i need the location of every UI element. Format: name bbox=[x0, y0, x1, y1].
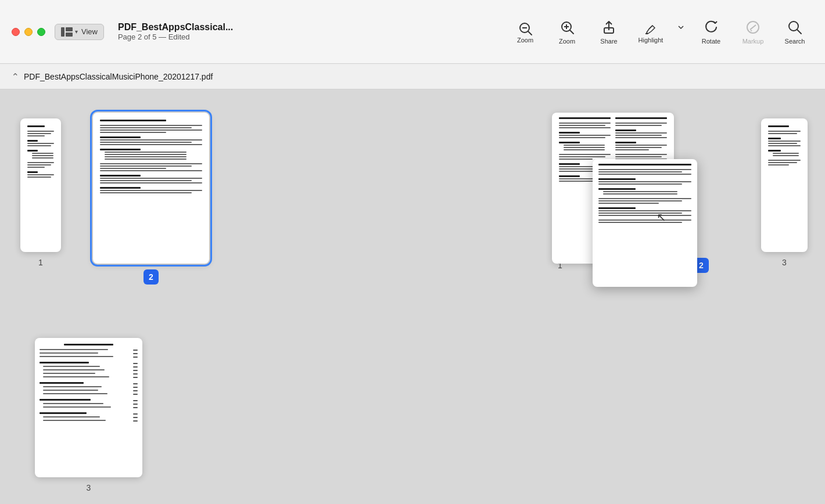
page-3-thumb[interactable] bbox=[761, 118, 808, 252]
page-2-content bbox=[93, 113, 209, 264]
page-3-wrapper: 3 bbox=[761, 113, 825, 267]
svg-line-12 bbox=[649, 26, 652, 29]
rotate-button[interactable]: Rotate bbox=[693, 16, 730, 48]
highlight-button[interactable]: Highlight bbox=[632, 17, 669, 47]
share-label: Share bbox=[600, 38, 617, 45]
zoom-out-button[interactable]: Zoom bbox=[507, 17, 544, 47]
svg-line-9 bbox=[570, 30, 573, 34]
search-button[interactable]: Search bbox=[776, 16, 813, 48]
search-label: Search bbox=[785, 38, 805, 45]
highlight-chevron-icon bbox=[676, 19, 686, 35]
svg-rect-1 bbox=[66, 27, 73, 31]
doc-title: PDF_BestAppsClassical... bbox=[118, 22, 233, 33]
svg-rect-2 bbox=[66, 33, 73, 37]
markup-label: Markup bbox=[742, 38, 764, 45]
zoom-out-icon bbox=[517, 20, 533, 37]
page-2-number-row: 2 bbox=[144, 269, 159, 285]
highlight-label: Highlight bbox=[639, 37, 663, 44]
view-chevron-icon: ▾ bbox=[75, 28, 78, 35]
breadcrumb-collapse-icon[interactable]: ⌄ bbox=[12, 71, 19, 82]
page-2-wrapper: 2 bbox=[93, 113, 209, 285]
zoom-label: Zoom bbox=[517, 37, 533, 44]
main-content: 1 bbox=[0, 89, 825, 504]
view-label: View bbox=[81, 27, 98, 36]
page-1-content bbox=[20, 118, 61, 252]
markup-icon bbox=[745, 19, 761, 35]
page-2-thumb[interactable] bbox=[93, 113, 209, 264]
overlap-page-2-content bbox=[593, 159, 697, 229]
svg-line-5 bbox=[528, 31, 532, 35]
doc-info: PDF_BestAppsClassical... Page 2 of 5 — E… bbox=[118, 22, 507, 41]
breadcrumb-filename: PDF_BestAppsClassicalMusiciPhone_2020121… bbox=[24, 72, 213, 81]
overlap-group-wrapper: ↖ bbox=[552, 113, 715, 273]
overlap-page2-wrapper: ↖ bbox=[593, 159, 697, 287]
page-toc-wrapper: 3 bbox=[35, 338, 142, 492]
svg-line-15 bbox=[750, 25, 756, 30]
share-icon bbox=[601, 19, 617, 35]
page-3-label: 3 bbox=[782, 258, 787, 267]
breadcrumb-bar: ⌄ PDF_BestAppsClassicalMusiciPhone_20201… bbox=[0, 64, 825, 89]
page-toc-label: 3 bbox=[87, 483, 91, 492]
zoom-in-button[interactable]: Zoom bbox=[548, 16, 586, 48]
page-toc-content bbox=[35, 338, 142, 429]
highlight-icon bbox=[643, 20, 659, 37]
toolbar-actions: Zoom Zoom Share bbox=[507, 16, 813, 48]
cursor-overlay: ↖ bbox=[657, 211, 666, 223]
titlebar: ▾ View PDF_BestAppsClassical... Page 2 o… bbox=[0, 0, 825, 64]
view-icon bbox=[61, 27, 73, 37]
zoom-in-icon bbox=[559, 19, 575, 35]
page-1-thumb[interactable] bbox=[20, 118, 61, 252]
overlap-group: ↖ bbox=[552, 113, 715, 275]
fullscreen-button[interactable] bbox=[37, 28, 45, 36]
page-1-wrapper: 1 bbox=[0, 113, 58, 267]
page-2-badge: 2 bbox=[144, 269, 159, 285]
minimize-button[interactable] bbox=[24, 28, 33, 36]
search-icon bbox=[787, 19, 803, 35]
zoom-in-label: Zoom bbox=[559, 38, 575, 45]
page-toc-thumb[interactable] bbox=[35, 338, 142, 477]
page-1-label: 1 bbox=[38, 258, 43, 267]
page-3-content bbox=[761, 118, 808, 252]
view-button[interactable]: ▾ View bbox=[55, 24, 104, 40]
overlap-page-2-thumb[interactable]: ↖ bbox=[593, 159, 697, 287]
svg-line-17 bbox=[797, 30, 801, 34]
doc-subtitle: Page 2 of 5 — Edited bbox=[118, 33, 190, 41]
svg-rect-0 bbox=[61, 27, 64, 37]
share-button[interactable]: Share bbox=[590, 16, 627, 48]
markup-button[interactable]: Markup bbox=[734, 16, 772, 48]
highlight-chevron-button[interactable]: _ bbox=[674, 16, 688, 48]
rotate-label: Rotate bbox=[702, 38, 720, 45]
close-button[interactable] bbox=[12, 28, 20, 36]
rotate-icon bbox=[703, 19, 719, 35]
traffic-lights bbox=[12, 28, 45, 36]
